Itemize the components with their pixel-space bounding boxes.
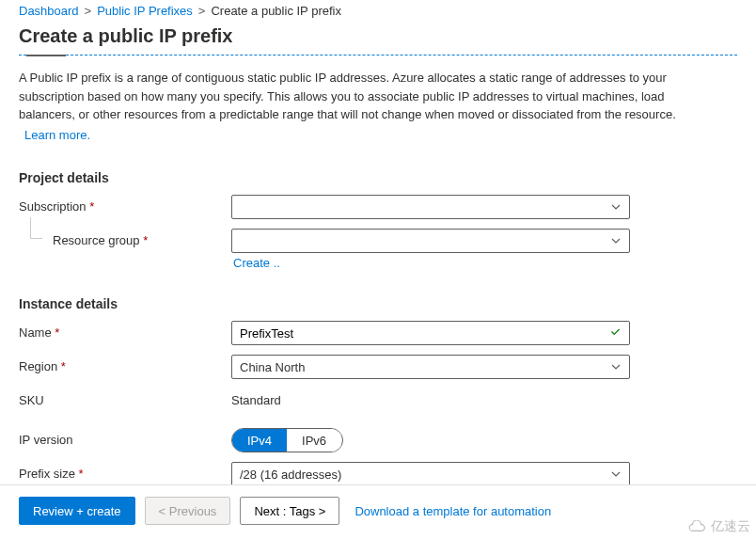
prefix-size-label: Prefix size * bbox=[19, 462, 231, 481]
ipv4-button[interactable]: IPv4 bbox=[232, 429, 287, 452]
learn-more-link[interactable]: Learn more. bbox=[24, 126, 90, 145]
prefix-size-value: /28 (16 addresses) bbox=[240, 468, 341, 482]
region-label: Region * bbox=[19, 355, 231, 373]
watermark: 亿速云 bbox=[686, 518, 750, 535]
breadcrumb-separator: > bbox=[198, 4, 206, 18]
ipv6-button[interactable]: IPv6 bbox=[287, 429, 341, 452]
subscription-dropdown[interactable] bbox=[231, 195, 630, 219]
breadcrumb-current: Create a public IP prefix bbox=[211, 4, 341, 18]
chevron-down-icon bbox=[610, 235, 622, 246]
region-value: China North bbox=[240, 360, 305, 374]
create-new-resource-group-link[interactable]: Create .. bbox=[233, 256, 280, 270]
tab-indicator bbox=[19, 55, 737, 55]
breadcrumb: Dashboard > Public IP Prefixes > Create … bbox=[0, 0, 756, 18]
breadcrumb-public-ip-prefixes[interactable]: Public IP Prefixes bbox=[97, 4, 193, 18]
resource-group-dropdown[interactable] bbox=[231, 229, 630, 253]
instance-details-heading: Instance details bbox=[19, 296, 737, 311]
checkmark-icon bbox=[609, 325, 622, 341]
chevron-down-icon bbox=[610, 201, 622, 213]
chevron-down-icon bbox=[610, 361, 622, 373]
next-button[interactable]: Next : Tags > bbox=[240, 497, 339, 525]
name-label: Name * bbox=[19, 321, 231, 340]
name-input[interactable] bbox=[240, 326, 604, 341]
breadcrumb-dashboard[interactable]: Dashboard bbox=[19, 4, 79, 18]
breadcrumb-separator: > bbox=[85, 4, 92, 18]
cloud-icon bbox=[686, 520, 707, 533]
sku-label: SKU bbox=[19, 388, 231, 407]
previous-button[interactable]: < Previous bbox=[145, 497, 231, 525]
review-create-button[interactable]: Review + create bbox=[19, 497, 135, 525]
download-template-link[interactable]: Download a template for automation bbox=[354, 504, 551, 518]
resource-group-label: Resource group * bbox=[19, 229, 231, 247]
chevron-down-icon bbox=[610, 468, 622, 480]
project-details-heading: Project details bbox=[19, 170, 737, 185]
subscription-label: Subscription * bbox=[19, 195, 231, 214]
ip-version-toggle: IPv4 IPv6 bbox=[231, 428, 343, 452]
page-title: Create a public IP prefix bbox=[0, 18, 756, 51]
sku-value: Standard bbox=[231, 388, 281, 407]
ip-version-label: IP version bbox=[19, 428, 231, 447]
region-dropdown[interactable]: China North bbox=[231, 355, 630, 379]
description-text: A Public IP prefix is a range of contigu… bbox=[19, 69, 715, 144]
description-body: A Public IP prefix is a range of contigu… bbox=[19, 71, 676, 121]
footer-bar: Review + create < Previous Next : Tags >… bbox=[0, 484, 756, 525]
prefix-size-dropdown[interactable]: /28 (16 addresses) bbox=[231, 462, 630, 486]
